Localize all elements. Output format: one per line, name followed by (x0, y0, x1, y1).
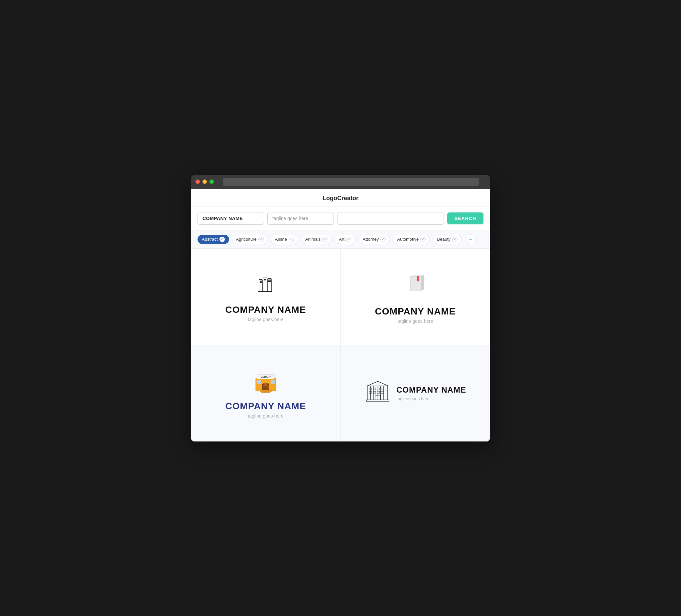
company-name-input[interactable] (198, 212, 264, 225)
svg-rect-1 (260, 281, 262, 282)
close-button[interactable] (196, 180, 200, 184)
search-bar: SEARCH (191, 207, 490, 230)
filter-more-button[interactable]: → (466, 234, 476, 244)
filter-chip-beauty[interactable]: Beauty✓ (433, 235, 461, 244)
logo4-tagline: tagline goes here (396, 396, 466, 401)
filter-chip-art[interactable]: Art✓ (334, 235, 356, 244)
svg-rect-7 (268, 280, 271, 281)
filter-chip-attorney[interactable]: Attorney✓ (358, 235, 390, 244)
logo-card-3[interactable]: LIBRARY (191, 345, 340, 441)
svg-text:LIBRARY: LIBRARY (261, 376, 271, 378)
filter-check-icon: ✓ (322, 237, 328, 242)
logo-grid: COMPANY NAME tagline goes here (191, 249, 490, 441)
tagline-input[interactable] (267, 212, 334, 225)
logo-card-2[interactable]: COMPANY NAME tagline goes here (340, 249, 490, 345)
svg-rect-28 (260, 390, 272, 392)
filter-check-icon: ✓ (380, 237, 386, 242)
logo-card-4[interactable]: COMPANY NAME tagline goes here (340, 345, 490, 441)
filter-label: Animals (305, 237, 321, 242)
filter-label: Airline (275, 237, 287, 242)
filter-bar: Abstract✓Agriculture✓Airline✓Animals✓Art… (191, 230, 490, 249)
svg-rect-2 (260, 282, 262, 283)
svg-rect-40 (373, 388, 376, 390)
book3d-icon (400, 270, 430, 301)
filter-check-icon: ✓ (220, 237, 225, 242)
search-button[interactable]: SEARCH (447, 212, 483, 224)
svg-marker-31 (367, 381, 388, 386)
logo1-company-name: COMPANY NAME (225, 305, 306, 315)
filter-check-icon: ✓ (346, 237, 351, 242)
building-icon (364, 377, 391, 405)
svg-rect-5 (264, 281, 266, 281)
svg-rect-47 (375, 395, 380, 400)
library-icon: LIBRARY (252, 368, 279, 395)
logo2-company-name: COMPANY NAME (375, 306, 456, 317)
svg-rect-42 (381, 388, 384, 390)
app-title: LogoCreator (323, 195, 358, 202)
svg-rect-46 (381, 391, 384, 393)
logo4-text-group: COMPANY NAME tagline goes here (396, 385, 466, 401)
svg-rect-44 (373, 391, 376, 393)
app-header: LogoCreator (191, 189, 490, 207)
logo3-company-name: COMPANY NAME (225, 401, 306, 412)
filter-label: Attorney (363, 237, 379, 242)
filter-chip-airline[interactable]: Airline✓ (271, 235, 298, 244)
minimize-button[interactable] (202, 180, 207, 184)
svg-rect-38 (367, 400, 389, 401)
logo-card-1[interactable]: COMPANY NAME tagline goes here (191, 249, 340, 345)
filter-label: Automotive (397, 237, 419, 242)
app-body: LogoCreator SEARCH Abstract✓Agriculture✓… (191, 189, 490, 441)
filter-chip-abstract[interactable]: Abstract✓ (198, 235, 229, 244)
filter-label: Beauty (437, 237, 450, 242)
filter-chip-automotive[interactable]: Automotive✓ (393, 235, 430, 244)
svg-rect-29 (261, 392, 270, 393)
filter-check-icon: ✓ (258, 237, 264, 242)
industry-input[interactable] (337, 212, 444, 225)
svg-point-21 (268, 387, 269, 388)
filter-label: Agriculture (236, 237, 257, 242)
filter-check-icon: ✓ (288, 237, 294, 242)
maximize-button[interactable] (209, 180, 214, 184)
filter-check-icon: ✓ (420, 237, 426, 242)
filter-label: Art (339, 237, 345, 242)
svg-rect-13 (410, 276, 421, 291)
filter-check-icon: ✓ (452, 237, 457, 242)
browser-titlebar (191, 175, 490, 189)
svg-rect-41 (377, 388, 380, 390)
svg-marker-14 (421, 275, 424, 291)
filter-label: Abstract (202, 237, 218, 242)
browser-window: LogoCreator SEARCH Abstract✓Agriculture✓… (191, 175, 490, 441)
svg-rect-4 (264, 279, 266, 280)
address-bar[interactable] (223, 178, 479, 186)
filter-chip-agriculture[interactable]: Agriculture✓ (232, 235, 268, 244)
logo2-tagline: tagline goes here (397, 318, 433, 324)
logo1-tagline: tagline goes here (248, 317, 283, 322)
logo4-company-name: COMPANY NAME (396, 385, 466, 394)
svg-rect-8 (268, 281, 271, 282)
filter-chip-animals[interactable]: Animals✓ (301, 235, 332, 244)
logo3-tagline: tagline goes here (248, 413, 283, 418)
svg-rect-45 (377, 391, 380, 393)
books-icon (252, 271, 279, 299)
